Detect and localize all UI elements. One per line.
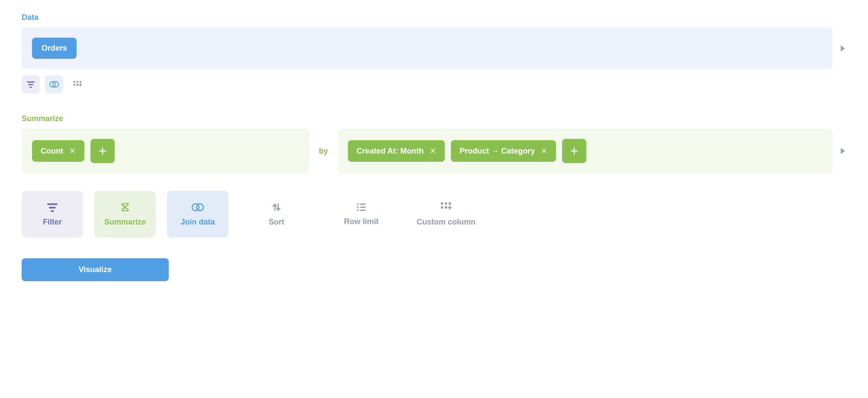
svg-rect-1 (28, 84, 33, 85)
filter-tool-button[interactable] (22, 75, 40, 93)
row-limit-action-label: Row limit (344, 217, 379, 226)
svg-point-19 (357, 209, 359, 211)
svg-rect-20 (360, 209, 366, 211)
visualize-button[interactable]: Visualize (22, 258, 169, 281)
filter-icon (46, 202, 58, 212)
remove-grouping-icon[interactable]: ✕ (430, 146, 436, 156)
svg-point-15 (357, 203, 359, 205)
filter-action-label: Filter (43, 218, 62, 227)
aggregation-label: Count (41, 147, 63, 156)
summarize-action-button[interactable]: Summarize (94, 191, 156, 238)
custom-column-action-button[interactable]: Custom column (409, 191, 483, 238)
filter-action-button[interactable]: Filter (22, 191, 83, 238)
plus-icon (570, 147, 579, 155)
grouping-label: Created At: Month (357, 147, 424, 156)
data-section-label: Data (22, 13, 846, 22)
svg-rect-5 (74, 81, 75, 83)
plus-icon (98, 147, 107, 155)
data-row: Orders (22, 27, 846, 69)
sort-action-button[interactable]: Sort (240, 191, 313, 238)
svg-point-14 (196, 204, 203, 211)
venn-icon (191, 202, 205, 212)
svg-point-17 (357, 206, 359, 208)
remove-grouping-icon[interactable]: ✕ (541, 146, 547, 156)
data-well: Orders (22, 27, 833, 69)
sort-action-label: Sort (269, 218, 284, 227)
custom-column-tool-button[interactable] (68, 75, 87, 93)
svg-rect-9 (77, 84, 78, 86)
venn-icon (49, 80, 59, 88)
svg-rect-24 (441, 206, 443, 209)
remove-aggregation-icon[interactable]: ✕ (69, 146, 76, 156)
svg-rect-11 (49, 207, 56, 209)
expand-summarize-arrow-icon[interactable] (839, 147, 846, 155)
add-aggregation-button[interactable] (90, 139, 115, 163)
sort-icon (271, 202, 282, 212)
custom-column-action-label: Custom column (417, 218, 476, 227)
summarize-section-label: Summarize (22, 114, 846, 123)
filter-icon (26, 80, 35, 88)
summarize-action-label: Summarize (104, 218, 146, 227)
groupby-well: Created At: Month ✕ Product → Category ✕ (338, 128, 833, 173)
sigma-icon (120, 202, 130, 212)
aggregation-well: Count ✕ (22, 128, 309, 173)
svg-rect-21 (441, 202, 443, 205)
grid-plus-icon (440, 202, 452, 212)
row-limit-action-button[interactable]: Row limit (325, 191, 398, 238)
aggregation-pill-count[interactable]: Count ✕ (32, 140, 84, 162)
svg-rect-16 (360, 203, 366, 205)
svg-rect-10 (47, 203, 58, 205)
actions-row: Filter Summarize Join data Sort Row limi… (22, 191, 846, 238)
svg-rect-22 (445, 202, 447, 205)
svg-rect-8 (74, 84, 75, 86)
expand-data-arrow-icon[interactable] (839, 45, 846, 52)
svg-rect-25 (445, 206, 447, 209)
grouping-pill-created-at[interactable]: Created At: Month ✕ (348, 140, 445, 162)
grouping-label: Product → Category (460, 147, 535, 156)
join-tool-button[interactable] (45, 75, 63, 93)
add-grouping-button[interactable] (562, 139, 586, 163)
data-toolbar (22, 75, 846, 93)
summarize-row: Count ✕ by Created At: Month ✕ Product →… (22, 128, 846, 173)
join-data-action-label: Join data (180, 218, 215, 227)
svg-rect-7 (80, 81, 81, 83)
svg-rect-12 (51, 210, 54, 212)
svg-rect-18 (360, 206, 366, 208)
svg-rect-2 (29, 87, 32, 88)
grouping-pill-product-category[interactable]: Product → Category ✕ (451, 140, 556, 162)
svg-rect-6 (77, 81, 78, 83)
table-pill-orders[interactable]: Orders (32, 38, 77, 59)
list-icon (356, 202, 366, 212)
svg-rect-0 (27, 81, 35, 83)
by-label: by (316, 147, 331, 156)
join-data-action-button[interactable]: Join data (167, 191, 228, 238)
svg-rect-23 (449, 202, 451, 205)
grid-plus-icon (73, 80, 82, 88)
